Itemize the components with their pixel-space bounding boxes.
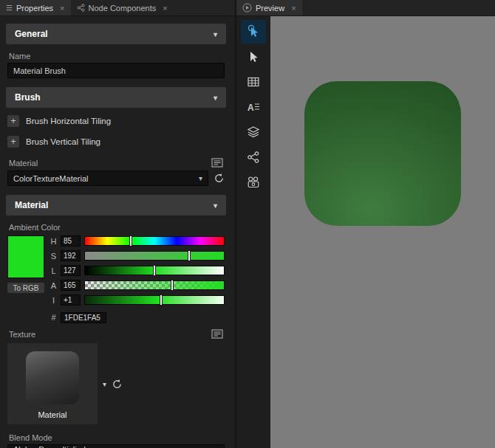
tab-label: Preview bbox=[256, 4, 284, 13]
preview-canvas[interactable] bbox=[270, 16, 495, 448]
section-title: Material bbox=[15, 200, 48, 210]
intensity-row: I +1 bbox=[50, 294, 225, 306]
camera-tool-button[interactable] bbox=[241, 170, 266, 194]
tab-label: Properties bbox=[16, 4, 53, 13]
tab-label: Node Components bbox=[89, 4, 157, 13]
blend-mode-label: Blend Mode bbox=[9, 433, 223, 442]
properties-panel: ☰ Properties × Node Components × General… bbox=[0, 0, 236, 448]
properties-tabbar: ☰ Properties × Node Components × bbox=[0, 0, 235, 16]
color-editor: To RGB H 85 S 192 bbox=[7, 235, 225, 323]
saturation-row: S 192 bbox=[50, 250, 225, 261]
name-label: Name bbox=[9, 52, 223, 61]
alpha-row: A 165 bbox=[50, 280, 225, 291]
app-window: ☰ Properties × Node Components × General… bbox=[0, 0, 495, 448]
color-swatch[interactable] bbox=[7, 235, 44, 278]
texture-thumbnail[interactable] bbox=[26, 351, 79, 404]
channel-value-input[interactable]: 85 bbox=[61, 235, 81, 247]
channel-label: L bbox=[50, 266, 57, 275]
to-rgb-button[interactable]: To RGB bbox=[7, 283, 44, 293]
open-editor-icon[interactable] bbox=[211, 329, 223, 339]
text-icon: A bbox=[247, 100, 260, 114]
hash-label: # bbox=[50, 313, 57, 322]
texture-picker: Material ▾ bbox=[7, 343, 225, 424]
channel-value-input[interactable]: +1 bbox=[61, 294, 81, 306]
close-icon[interactable]: × bbox=[163, 4, 167, 13]
alpha-slider[interactable] bbox=[84, 280, 225, 290]
section-general[interactable]: General ▾ bbox=[6, 24, 226, 44]
section-title: Brush bbox=[15, 92, 41, 103]
ambient-color-label: Ambient Color bbox=[9, 223, 223, 232]
node-graph-tool-button[interactable] bbox=[241, 145, 266, 169]
material-dropdown-row: ColorTextureMaterial ▾ bbox=[7, 170, 225, 186]
slider-marker[interactable] bbox=[160, 294, 163, 306]
preview-body: A bbox=[236, 16, 495, 448]
channel-label: I bbox=[50, 296, 57, 305]
add-property-button[interactable]: + bbox=[7, 136, 19, 148]
texture-name: Material bbox=[38, 410, 66, 419]
channel-label: H bbox=[50, 237, 57, 246]
hex-color-input[interactable]: 1FDE1FA5 bbox=[61, 312, 106, 323]
grid-tool-button[interactable] bbox=[241, 70, 266, 94]
hex-row: # 1FDE1FA5 bbox=[50, 311, 225, 323]
texture-preview[interactable]: Material bbox=[7, 343, 98, 424]
channel-value-input[interactable]: 192 bbox=[61, 250, 81, 261]
texture-label-row: Texture bbox=[9, 329, 223, 339]
property-label: Brush Horizontal Tiling bbox=[26, 117, 111, 125]
svg-text:A: A bbox=[248, 103, 254, 113]
swatch-column: To RGB bbox=[7, 235, 44, 323]
intensity-slider[interactable] bbox=[84, 295, 225, 305]
text-tool-button[interactable]: A bbox=[241, 95, 266, 119]
name-input[interactable]: Material Brush bbox=[7, 63, 225, 78]
material-label: Material bbox=[9, 159, 38, 168]
camera-icon bbox=[247, 176, 260, 189]
section-material[interactable]: Material ▾ bbox=[6, 195, 226, 216]
close-icon[interactable]: × bbox=[60, 4, 64, 13]
pick-tool-button[interactable] bbox=[241, 20, 266, 44]
chevron-down-icon: ▾ bbox=[215, 446, 219, 448]
hue-row: H 85 bbox=[50, 235, 225, 247]
channel-value-input[interactable]: 165 bbox=[61, 280, 81, 291]
preview-tabbar: Preview × bbox=[236, 0, 495, 16]
select-tool-button[interactable] bbox=[241, 45, 266, 69]
slider-marker[interactable] bbox=[129, 235, 132, 247]
saturation-slider[interactable] bbox=[84, 251, 225, 261]
add-property-button[interactable]: + bbox=[7, 115, 19, 127]
blend-mode-value: Alpha: Premultiplied bbox=[13, 445, 86, 448]
reset-icon[interactable] bbox=[214, 173, 225, 184]
play-circle-icon bbox=[242, 3, 252, 13]
tab-node-components[interactable]: Node Components × bbox=[71, 0, 174, 15]
brush-horizontal-tiling-row: + Brush Horizontal Tiling bbox=[7, 115, 225, 127]
slider-marker[interactable] bbox=[171, 280, 174, 291]
hue-slider[interactable] bbox=[84, 236, 225, 246]
tab-properties[interactable]: ☰ Properties × bbox=[0, 0, 71, 15]
blend-mode-dropdown[interactable]: Alpha: Premultiplied ▾ bbox=[7, 444, 225, 448]
layers-tool-button[interactable] bbox=[241, 120, 266, 144]
chevron-down-icon[interactable]: ▾ bbox=[103, 380, 106, 388]
reset-icon[interactable] bbox=[112, 379, 123, 390]
channel-label: A bbox=[50, 281, 57, 290]
properties-content: General ▾ Name Material Brush Brush ▾ + … bbox=[0, 16, 235, 448]
preview-toolbar: A bbox=[236, 16, 270, 448]
tab-preview[interactable]: Preview × bbox=[236, 0, 302, 15]
close-icon[interactable]: × bbox=[291, 4, 296, 13]
chevron-down-icon: ▾ bbox=[199, 174, 202, 182]
slider-marker[interactable] bbox=[188, 250, 191, 261]
cursor-icon bbox=[247, 50, 260, 63]
channel-rows: H 85 S 192 L bbox=[50, 235, 225, 323]
slider-marker[interactable] bbox=[153, 265, 156, 276]
channel-label: S bbox=[50, 252, 57, 261]
material-label-row: Material bbox=[9, 158, 223, 168]
chevron-down-icon: ▾ bbox=[214, 201, 217, 210]
list-icon: ☰ bbox=[6, 4, 13, 12]
open-editor-icon[interactable] bbox=[211, 158, 223, 168]
node-components-icon bbox=[77, 4, 85, 12]
node-graph-icon bbox=[247, 151, 260, 164]
channel-value-input[interactable]: 127 bbox=[61, 265, 81, 276]
pick-cursor-icon bbox=[246, 24, 261, 39]
preview-panel: Preview × bbox=[236, 0, 495, 448]
lightness-slider[interactable] bbox=[84, 266, 225, 275]
material-dropdown[interactable]: ColorTextureMaterial ▾ bbox=[7, 170, 208, 186]
section-brush[interactable]: Brush ▾ bbox=[6, 87, 226, 108]
texture-label: Texture bbox=[9, 330, 35, 339]
preview-node-green[interactable] bbox=[304, 81, 461, 226]
